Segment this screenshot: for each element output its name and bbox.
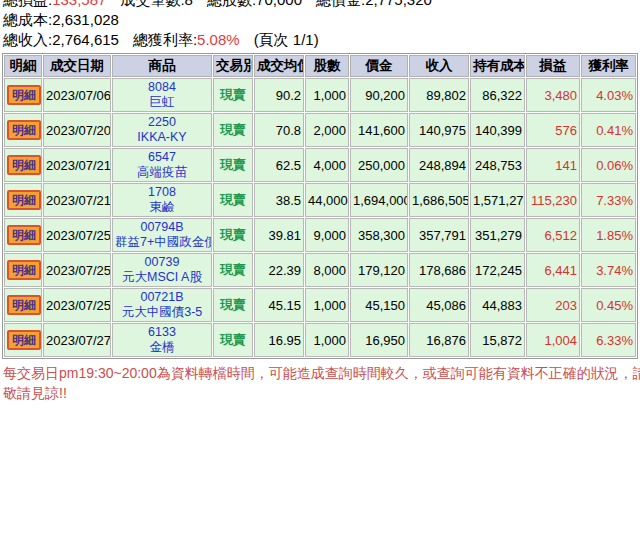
profit-loss-cell: 141: [526, 148, 580, 182]
col-header-income: 收入: [409, 55, 469, 77]
realized-profit-loss-page: 總損益:133,587成交筆數:8總股數:70,000總價金:2,775,320…: [0, 0, 640, 535]
product-name: 金橋: [115, 340, 209, 355]
profit-rate-cell: 4.03%: [581, 78, 636, 112]
trade-type-cell: 現賣: [213, 218, 253, 252]
col-header-product: 商品: [112, 55, 212, 77]
product-cell: 6547 高端疫苗: [112, 148, 212, 182]
trade-type-cell: 現賣: [213, 323, 253, 357]
total-income-value: 2,764,615: [52, 31, 119, 48]
product-cell: 6133 金橋: [112, 323, 212, 357]
income-cell: 16,876: [409, 323, 469, 357]
income-cell: 1,686,505: [409, 183, 469, 217]
table-row: 明細 2023/07/21 1708 東鹼 現賣 38.5 44,000 1,6…: [4, 183, 636, 217]
table-row: 明細 2023/07/25 00794B 群益7+中國政金債 現賣 39.81 …: [4, 218, 636, 252]
shares-cell: 8,000: [305, 253, 349, 287]
detail-button[interactable]: 明細: [7, 120, 41, 140]
profit-loss-cell: 6,512: [526, 218, 580, 252]
product-name: 元大MSCI A股: [115, 270, 209, 285]
detail-button[interactable]: 明細: [7, 190, 41, 210]
trade-type-cell: 現賣: [213, 288, 253, 322]
product-code: 6133: [115, 325, 209, 340]
shares-cell: 2,000: [305, 113, 349, 147]
holding-cost-cell: 248,753: [470, 148, 525, 182]
product-name: 元大中國債3-5: [115, 305, 209, 320]
total-pl-value: 133,587: [52, 0, 106, 8]
income-cell: 89,802: [409, 78, 469, 112]
product-code: 00794B: [115, 220, 209, 235]
profit-loss-cell: 6,441: [526, 253, 580, 287]
shares-cell: 4,000: [305, 148, 349, 182]
shares-cell: 1,000: [305, 288, 349, 322]
amount-cell: 141,600: [350, 113, 408, 147]
total-shares-label: 總股數:: [207, 0, 256, 8]
holding-cost-cell: 172,245: [470, 253, 525, 287]
avg-price-cell: 45.15: [254, 288, 304, 322]
profit-loss-cell: 3,480: [526, 78, 580, 112]
avg-price-cell: 22.39: [254, 253, 304, 287]
product-cell: 2250 IKKA-KY: [112, 113, 212, 147]
trade-date-cell: 2023/07/25: [43, 253, 111, 287]
income-cell: 357,791: [409, 218, 469, 252]
deal-count-value: 8: [185, 0, 193, 8]
income-cell: 45,086: [409, 288, 469, 322]
detail-cell: 明細: [4, 78, 42, 112]
detail-button[interactable]: 明細: [7, 330, 41, 350]
col-header-holding-cost: 持有成本: [470, 55, 525, 77]
income-cell: 248,894: [409, 148, 469, 182]
avg-price-cell: 16.95: [254, 323, 304, 357]
amount-cell: 358,300: [350, 218, 408, 252]
col-header-trade-date: 成交日期: [43, 55, 111, 77]
trade-type-cell: 現賣: [213, 113, 253, 147]
profit-rate-cell: 0.45%: [581, 288, 636, 322]
table-header: 明細 成交日期 商品 交易別 成交均價 股數 價金 收入 持有成本 損益 獲利率: [4, 55, 636, 77]
profit-rate-cell: 0.41%: [581, 113, 636, 147]
table-row: 明細 2023/07/20 2250 IKKA-KY 現賣 70.8 2,000…: [4, 113, 636, 147]
product-cell: 1708 東鹼: [112, 183, 212, 217]
detail-button[interactable]: 明細: [7, 155, 41, 175]
avg-price-cell: 70.8: [254, 113, 304, 147]
deal-count-label: 成交筆數:: [120, 0, 184, 8]
detail-button[interactable]: 明細: [7, 85, 41, 105]
product-code: 8084: [115, 80, 209, 95]
detail-button[interactable]: 明細: [7, 295, 41, 315]
profit-rate-cell: 0.06%: [581, 148, 636, 182]
detail-cell: 明細: [4, 288, 42, 322]
profit-loss-cell: 203: [526, 288, 580, 322]
profit-loss-cell: 1,004: [526, 323, 580, 357]
trade-type-cell: 現賣: [213, 183, 253, 217]
col-header-detail: 明細: [4, 55, 42, 77]
avg-price-cell: 62.5: [254, 148, 304, 182]
amount-cell: 90,200: [350, 78, 408, 112]
page-indicator: (頁次 1/1): [254, 31, 319, 48]
table-row: 明細 2023/07/25 00721B 元大中國債3-5 現賣 45.15 1…: [4, 288, 636, 322]
disclaimer-line-2: 敬請見諒!!: [3, 383, 640, 403]
summary-line-income: 總收入:2,764,615總獲利率:5.08%(頁次 1/1): [3, 30, 640, 50]
total-income-label: 總收入:: [3, 31, 52, 48]
product-cell: 00739 元大MSCI A股: [112, 253, 212, 287]
col-header-profit-loss: 損益: [526, 55, 580, 77]
col-header-avg-price: 成交均價: [254, 55, 304, 77]
detail-cell: 明細: [4, 148, 42, 182]
detail-cell: 明細: [4, 183, 42, 217]
col-header-profit-rate: 獲利率: [581, 55, 636, 77]
detail-cell: 明細: [4, 218, 42, 252]
profit-rate-cell: 7.33%: [581, 183, 636, 217]
amount-cell: 45,150: [350, 288, 408, 322]
product-code: 00721B: [115, 290, 209, 305]
trade-type-cell: 現賣: [213, 253, 253, 287]
holding-cost-cell: 44,883: [470, 288, 525, 322]
holding-cost-cell: 86,322: [470, 78, 525, 112]
trade-date-cell: 2023/07/20: [43, 113, 111, 147]
product-name: 高端疫苗: [115, 165, 209, 180]
trade-date-cell: 2023/07/21: [43, 148, 111, 182]
table-header-row: 明細 成交日期 商品 交易別 成交均價 股數 價金 收入 持有成本 損益 獲利率: [4, 55, 636, 77]
profit-rate-cell: 6.33%: [581, 323, 636, 357]
profit-rate-cell: 3.74%: [581, 253, 636, 287]
detail-button[interactable]: 明細: [7, 260, 41, 280]
product-name: 東鹼: [115, 200, 209, 215]
detail-button[interactable]: 明細: [7, 225, 41, 245]
holding-cost-cell: 140,399: [470, 113, 525, 147]
col-header-shares: 股數: [305, 55, 349, 77]
total-profit-rate-value: 5.08%: [197, 31, 240, 48]
total-cost-label: 總成本:: [3, 11, 52, 28]
